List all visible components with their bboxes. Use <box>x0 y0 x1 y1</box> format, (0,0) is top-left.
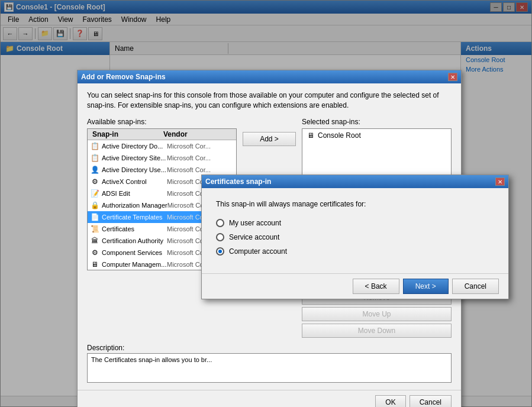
snap-icon: ⚙ <box>90 248 99 257</box>
certs-question: This snap-in will always manage certific… <box>216 200 494 208</box>
snapins-close-button[interactable]: ✕ <box>448 73 457 81</box>
certs-dialog: Certificates snap-in ✕ This snap-in will… <box>201 175 509 299</box>
add-snapin-button[interactable]: Add > <box>243 132 296 146</box>
selected-items: 🖥 Console Root <box>302 129 451 142</box>
next-button[interactable]: Next > <box>403 279 449 294</box>
move-down-button[interactable]: Move Down <box>302 324 452 338</box>
radio-service[interactable]: Service account <box>216 233 494 241</box>
snap-icon: 📜 <box>90 224 99 234</box>
selected-name: Console Root <box>318 131 361 140</box>
snapins-dialog-titlebar: Add or Remove Snap-ins ✕ <box>78 70 461 83</box>
snap-name: Component Services <box>102 249 167 256</box>
certs-body: This snap-in will always manage certific… <box>202 188 508 273</box>
selected-label: Selected snap-ins: <box>302 118 452 126</box>
selected-icon: 🖥 <box>306 131 315 140</box>
snap-name: Active Directory Use... <box>102 166 167 173</box>
snap-icon: ⚙ <box>90 177 99 186</box>
radio-my-user[interactable]: My user account <box>216 219 494 227</box>
snapins-cancel-button[interactable]: Cancel <box>410 395 452 407</box>
snapins-list-header: Snap-in Vendor <box>88 129 236 140</box>
snapins-footer: OK Cancel <box>78 390 461 407</box>
snap-vendor: Microsoft Cor... <box>167 154 211 161</box>
col-vendor: Vendor <box>161 130 232 138</box>
snap-name: Active Directory Do... <box>102 143 167 150</box>
back-button[interactable]: < Back <box>353 279 399 294</box>
description-label: Description: <box>87 344 452 352</box>
snap-list-item[interactable]: 👤 Active Directory Use... Microsoft Cor.… <box>88 164 236 176</box>
snap-icon: 👤 <box>90 165 99 175</box>
snap-name: Computer Managem... <box>102 261 167 268</box>
col-snapin: Snap-in <box>90 130 161 138</box>
snap-icon: 🏛 <box>90 236 99 246</box>
certs-close-button[interactable]: ✕ <box>495 177 505 186</box>
snapins-description: You can select snap-ins for this console… <box>87 91 452 111</box>
snap-icon: 🔒 <box>90 201 99 210</box>
certs-footer: < Back Next > Cancel <box>202 273 508 299</box>
snap-name: Certificates <box>102 225 167 232</box>
radio-my-user-label: My user account <box>229 219 281 227</box>
radio-computer[interactable]: Computer account <box>216 247 494 256</box>
description-section: Description: The Certificates snap-in al… <box>87 344 452 383</box>
radio-service-circle <box>216 233 224 241</box>
snap-vendor: Microsoft Cor... <box>167 143 211 150</box>
snapins-ok-button[interactable]: OK <box>375 395 405 407</box>
snap-name: Active Directory Site... <box>102 154 167 161</box>
snap-icon: 🖥 <box>90 260 99 269</box>
description-box: The Certificates snap-in allows you to b… <box>87 353 452 383</box>
radio-service-label: Service account <box>229 233 279 241</box>
snap-name: ADSI Edit <box>102 190 167 197</box>
snap-list-item[interactable]: 📋 Active Directory Site... Microsoft Cor… <box>88 152 236 164</box>
radio-computer-label: Computer account <box>229 247 287 256</box>
certs-cancel-button[interactable]: Cancel <box>452 279 499 294</box>
snap-name: Authorization Manager <box>102 202 167 209</box>
selected-list-item[interactable]: 🖥 Console Root <box>302 129 451 142</box>
snap-name: Certificate Templates <box>102 214 167 221</box>
snap-name: ActiveX Control <box>102 178 167 185</box>
certs-title: Certificates snap-in <box>205 177 271 186</box>
available-label: Available snap-ins: <box>87 118 237 126</box>
snap-name: Certification Authority <box>102 237 167 244</box>
move-up-button[interactable]: Move Up <box>302 307 452 321</box>
snap-icon: 📄 <box>90 212 99 222</box>
snapins-dialog-title: Add or Remove Snap-ins <box>81 73 166 81</box>
snap-icon: 📋 <box>90 153 99 163</box>
snap-list-item[interactable]: 📋 Active Directory Do... Microsoft Cor..… <box>88 140 236 152</box>
snap-icon: 📋 <box>90 141 99 151</box>
radio-computer-circle <box>216 247 224 256</box>
certs-titlebar: Certificates snap-in ✕ <box>202 175 508 188</box>
snap-icon: 📝 <box>90 189 99 198</box>
snap-vendor: Microsoft Cor... <box>167 166 211 173</box>
radio-my-user-circle <box>216 219 224 227</box>
